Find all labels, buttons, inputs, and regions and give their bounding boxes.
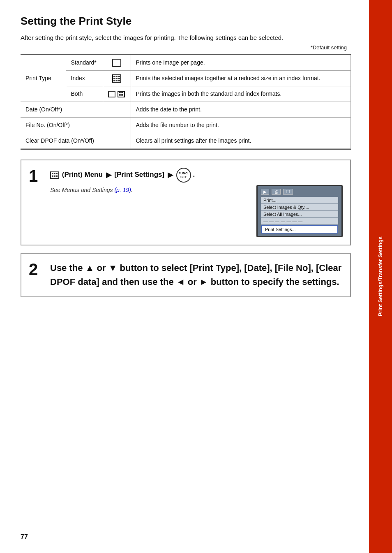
lcd-item2: Select All Images... — [261, 211, 338, 217]
lcd-highlighted-item: Print Settings... — [261, 225, 338, 234]
intro-text: After setting the print style, select th… — [21, 33, 351, 43]
lcd-item1: Select Images & Qty.... — [261, 204, 338, 211]
print-settings-text: [Print Settings] — [114, 171, 164, 179]
step2-box: 2 Use the ▲ or ▼ button to select [Print… — [21, 253, 351, 297]
index-desc: Prints the selected images together at a… — [131, 70, 351, 86]
right-arrow-icon: ► — [199, 277, 208, 287]
lcd-icon-print: 🖨 — [272, 189, 281, 195]
fileno-desc: Adds the file number to the print. — [131, 118, 351, 133]
print-type-label: Print Type — [21, 55, 66, 102]
step1-box: 1 (Print) Menu ▶ [Print Settings] ▶ — [21, 160, 351, 245]
lcd-icon-tt: TT — [283, 189, 293, 195]
dpof-desc: Clears all print settings after the imag… — [131, 133, 351, 149]
standard-label: Standard* — [66, 55, 103, 70]
or-text2: or — [188, 277, 197, 287]
step2-header: 2 Use the ▲ or ▼ button to select [Print… — [21, 254, 350, 296]
page-title: Setting the Print Style — [21, 15, 351, 28]
arrow1: ▶ — [106, 171, 111, 179]
see-menus-link[interactable]: (p. 19) — [114, 187, 131, 193]
date-desc: Adds the date to the print. — [131, 102, 351, 118]
step1-content: (Print) Menu ▶ [Print Settings] ▶ FUNC. … — [50, 168, 343, 237]
table-row: Both Prints the images in both the stand… — [21, 86, 351, 102]
step1-header: 1 (Print) Menu ▶ [Print Settings] ▶ — [21, 160, 350, 245]
page-number: 77 — [21, 533, 28, 541]
both-desc: Prints the images in both the standard a… — [131, 86, 351, 102]
step2-content: Use the ▲ or ▼ button to select [Print T… — [50, 261, 343, 289]
step1-instruction: (Print) Menu ▶ [Print Settings] ▶ FUNC. … — [50, 168, 343, 183]
sidebar-text: Print Settings/Transfer Settings — [377, 236, 384, 316]
lcd-screen: ▶ 🖨 TT Print... Select Images & Qty.... … — [256, 185, 343, 237]
lcd-item3: — — — — — — — — [261, 218, 338, 224]
index-icon — [103, 70, 131, 86]
step2-number: 2 — [29, 261, 44, 278]
step1-number: 1 — [29, 168, 44, 184]
up-arrow-icon: ▲ — [85, 263, 95, 273]
fileno-label: File No. (On/Off*) — [21, 118, 131, 133]
print-menu-icon — [50, 171, 59, 179]
sidebar: Print Settings/Transfer Settings — [369, 0, 392, 553]
lcd-print-label: Print... — [261, 197, 338, 204]
left-arrow-icon: ◄ — [176, 277, 185, 287]
settings-table: Print Type Standard* Prints one image pe… — [21, 54, 351, 150]
table-row: Clear DPOF data (On*/Off) Clears all pri… — [21, 133, 351, 149]
func-set-button: FUNC. SET — [176, 168, 191, 183]
both-icon — [103, 86, 131, 102]
table-row: Index Prints the selected images togethe… — [21, 70, 351, 86]
standard-desc: Prints one image per page. — [131, 55, 351, 70]
down-arrow-icon: ▼ — [108, 263, 118, 273]
both-label: Both — [66, 86, 103, 102]
table-row: File No. (On/Off*) Adds the file number … — [21, 118, 351, 133]
settings-table-inner: Print Type Standard* Prints one image pe… — [21, 55, 351, 149]
table-row: Date (On/Off*) Adds the date to the prin… — [21, 102, 351, 118]
period: . — [193, 171, 195, 179]
standard-icon — [103, 55, 131, 70]
or-text: or — [97, 263, 106, 273]
date-label: Date (On/Off*) — [21, 102, 131, 118]
index-label: Index — [66, 70, 103, 86]
lcd-icon-play: ▶ — [261, 189, 269, 195]
step1-note: See Menus and Settings (p. 19). — [50, 187, 133, 193]
step2-instruction: Use the ▲ or ▼ button to select [Print T… — [50, 261, 343, 289]
table-row: Print Type Standard* Prints one image pe… — [21, 55, 351, 70]
print-menu-text: (Print) Menu — [62, 171, 103, 179]
default-note: *Default setting — [21, 44, 351, 51]
dpof-label: Clear DPOF data (On*/Off) — [21, 133, 131, 149]
arrow2: ▶ — [168, 171, 173, 179]
